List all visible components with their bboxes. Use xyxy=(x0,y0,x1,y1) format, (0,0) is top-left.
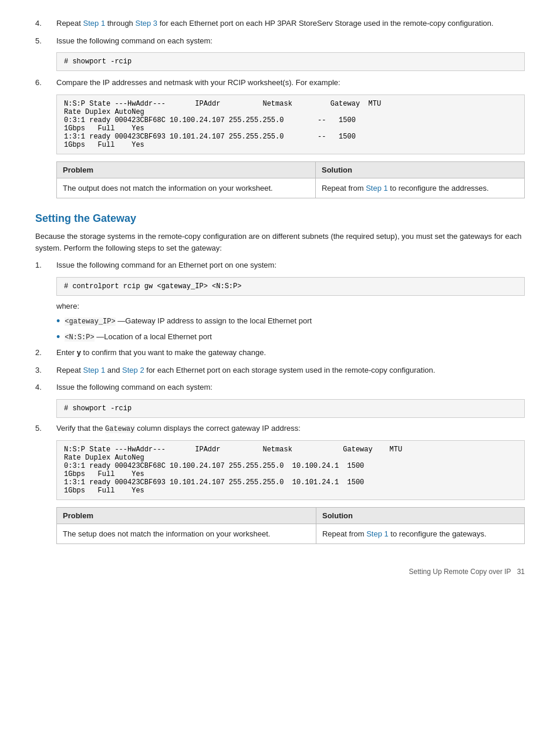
bullet-dot-2: • xyxy=(56,331,60,344)
code-block-table-1: N:S:P State ---HwAddr--- IPAddr Netmask … xyxy=(56,94,525,154)
gateway-item-5: 5. Verify that the Gateway column displa… xyxy=(35,423,525,434)
table1-problem-1: The output does not match the informatio… xyxy=(57,178,316,198)
table2-step1-link[interactable]: Step 1 xyxy=(366,529,389,538)
list-item-5: 5. Issue the following command on each s… xyxy=(35,35,525,47)
bullet-code-2: <N:S:P> xyxy=(65,333,94,342)
page-footer: Setting Up Remote Copy over IP 31 xyxy=(35,562,525,576)
gateway-step1-link[interactable]: Step 1 xyxy=(83,366,106,374)
item-text-6: Compare the IP addresses and netmask wit… xyxy=(56,77,525,89)
section-heading-gateway: Setting the Gateway xyxy=(35,212,525,225)
bullet-desc-1: —Gateway IP address to assign to the loc… xyxy=(117,316,312,325)
gateway-text-3: Repeat Step 1 and Step 2 for each Ethern… xyxy=(56,364,525,376)
gateway-num-5: 5. xyxy=(35,423,56,434)
gateway-list: 1. Issue the following command for an Et… xyxy=(35,259,525,271)
item2-text: Enter xyxy=(56,348,77,357)
footer-page: 31 xyxy=(517,568,525,576)
item3-pre: Repeat xyxy=(56,366,83,374)
item-text-5: Issue the following command on each syst… xyxy=(56,35,525,47)
gateway-item-4: 4. Issue the following command on each s… xyxy=(35,382,525,393)
table1-step1-link[interactable]: Step 1 xyxy=(366,184,388,193)
table1-solution-post: to reconfigure the addresses. xyxy=(388,184,489,193)
gateway-num-1: 1. xyxy=(35,259,56,271)
bullet-code-1: <gateway_IP> xyxy=(65,318,115,326)
footer-text: Setting Up Remote Copy over IP xyxy=(409,568,511,576)
table2-header-solution: Solution xyxy=(316,507,524,524)
gateway-list-2: 2. Enter y to confirm that you want to m… xyxy=(35,347,525,393)
table2-solution-post: to reconfigure the gateways. xyxy=(389,529,487,538)
table-row: The setup does not match the information… xyxy=(57,524,525,544)
table1-header-solution: Solution xyxy=(315,161,524,178)
gateway-list-3: 5. Verify that the Gateway column displa… xyxy=(35,423,525,434)
step3-link-1[interactable]: Step 3 xyxy=(135,19,157,28)
bullet-item-1: • <gateway_IP> —Gateway IP address to as… xyxy=(56,315,525,328)
code-block-gateway-table: N:S:P State ---HwAddr--- IPAddr Netmask … xyxy=(56,440,525,500)
item2-end: to confirm that you want to make the gat… xyxy=(81,348,266,357)
item-num-5: 5. xyxy=(35,35,56,47)
gateway-text-2: Enter y to confirm that you want to make… xyxy=(56,347,525,359)
item-num-4: 4. xyxy=(35,18,56,29)
table1-header-problem: Problem xyxy=(57,161,316,178)
gateway-item-2: 2. Enter y to confirm that you want to m… xyxy=(35,347,525,359)
list-item-6: 6. Compare the IP addresses and netmask … xyxy=(35,77,525,89)
table-row: The output does not match the informatio… xyxy=(57,178,525,198)
item5-post: column displays the correct gateway IP a… xyxy=(135,424,301,433)
item3-post: for each Ethernet port on each storage s… xyxy=(144,366,436,374)
code-block-showport-1: # showport -rcip xyxy=(56,52,525,71)
problem-solution-table-2: Problem Solution The setup does not matc… xyxy=(56,507,525,545)
item-num-6: 6. xyxy=(35,77,56,89)
bullet-text-1: <gateway_IP> —Gateway IP address to assi… xyxy=(65,315,312,327)
table2-header-problem: Problem xyxy=(57,507,316,524)
gateway-text-5: Verify that the Gateway column displays … xyxy=(56,423,525,434)
item-text-4: Repeat Step 1 through Step 3 for each Et… xyxy=(56,18,525,29)
bullet-desc-2: —Location of a local Ethernet port xyxy=(96,332,212,341)
top-list: 4. Repeat Step 1 through Step 3 for each… xyxy=(35,18,525,46)
step1-link-1[interactable]: Step 1 xyxy=(83,19,106,28)
item2-code-y: y xyxy=(77,348,81,357)
bullet-text-2: <N:S:P> —Location of a local Ethernet po… xyxy=(65,331,212,343)
page-content: 4. Repeat Step 1 through Step 3 for each… xyxy=(35,18,525,576)
gateway-num-2: 2. xyxy=(35,347,56,359)
gateway-num-3: 3. xyxy=(35,364,56,376)
item3-mid: and xyxy=(105,366,122,374)
table2-problem-1: The setup does not match the information… xyxy=(57,524,316,544)
table1-solution-pre: Repeat from xyxy=(322,184,366,193)
top-list-2: 6. Compare the IP addresses and netmask … xyxy=(35,77,525,89)
code-block-controlport: # controlport rcip gw <gateway_IP> <N:S:… xyxy=(56,277,525,296)
item5-pre: Verify that the xyxy=(56,424,105,433)
gateway-text-1: Issue the following command for an Ether… xyxy=(56,259,525,271)
gateway-text-4: Issue the following command on each syst… xyxy=(56,382,525,393)
list-item-4: 4. Repeat Step 1 through Step 3 for each… xyxy=(35,18,525,29)
section-intro-gateway: Because the storage systems in the remot… xyxy=(35,231,525,254)
code-block-showport-2: # showport -rcip xyxy=(56,399,525,418)
table2-solution-pre: Repeat from xyxy=(322,529,366,538)
table2-solution-1: Repeat from Step 1 to reconfigure the ga… xyxy=(316,524,524,544)
item5-code: Gateway xyxy=(105,425,134,433)
bullet-dot-1: • xyxy=(56,315,60,328)
gateway-step2-link[interactable]: Step 2 xyxy=(122,366,144,374)
gateway-item-1: 1. Issue the following command for an Et… xyxy=(35,259,525,271)
problem-solution-table-1: Problem Solution The output does not mat… xyxy=(56,161,525,199)
gateway-num-4: 4. xyxy=(35,382,56,393)
bullet-item-2: • <N:S:P> —Location of a local Ethernet … xyxy=(56,331,525,344)
table1-solution-1: Repeat from Step 1 to reconfigure the ad… xyxy=(315,178,524,198)
gateway-item-3: 3. Repeat Step 1 and Step 2 for each Eth… xyxy=(35,364,525,376)
gateway-bullets: • <gateway_IP> —Gateway IP address to as… xyxy=(56,315,525,343)
where-label: where: xyxy=(56,301,525,312)
